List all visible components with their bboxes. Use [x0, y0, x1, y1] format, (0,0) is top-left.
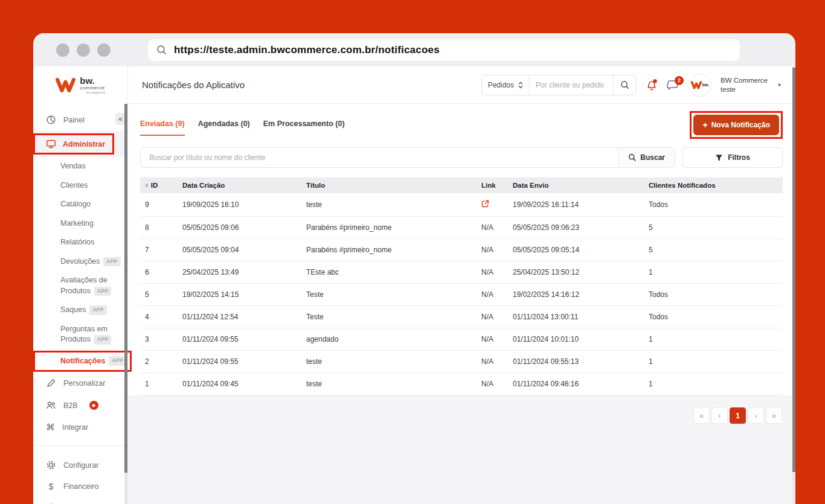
filter-icon	[715, 154, 723, 162]
table-row[interactable]: 7 05/05/2025 09:04 Parabéns #primeiro_no…	[140, 239, 783, 261]
cell-created: 01/11/2024 09:55	[178, 351, 301, 373]
sidebar-item-vendas[interactable]: Vendas	[33, 157, 127, 176]
sidebar-item-avaliacoes-de-produtos[interactable]: Avaliações de ProdutosAPP	[33, 271, 127, 301]
pagination-prev-button[interactable]: ‹	[711, 407, 728, 424]
sidebar-item-label: Financeiro	[63, 482, 98, 491]
search-scope-select[interactable]: Pedidos	[482, 75, 530, 95]
table-row[interactable]: 5 19/02/2025 14:15 Teste N/A 19/02/2025 …	[140, 284, 783, 306]
table-row[interactable]: 2 01/11/2024 09:55 teste N/A 01/11/2024 …	[140, 351, 783, 373]
sidebar-item-label: Vendas	[60, 162, 86, 170]
logo-byline: by wagazord	[80, 91, 104, 95]
pagination-first-button[interactable]: «	[693, 407, 710, 424]
column-header-link: Link	[477, 177, 508, 193]
header-search-group: Pedidos	[481, 75, 637, 95]
column-header-clientes-notificados: Clientes Notificados	[644, 177, 783, 193]
cell-id: 6	[140, 261, 178, 284]
filtros-button[interactable]: Filtros	[682, 147, 783, 168]
tab-em-processamento[interactable]: Em Processamento (0)	[263, 120, 345, 136]
cell-title: Parabéns #primeiro_nome	[301, 239, 477, 261]
sidebar-item-label: Notificações	[60, 356, 105, 367]
pagination-last-button[interactable]: »	[766, 407, 782, 424]
sidebar-item-devolucoes[interactable]: DevoluçõesAPP	[33, 252, 127, 272]
sidebar-item-personalizar[interactable]: Personalizar	[33, 372, 127, 394]
sidebar-item-relatorios[interactable]: Relatórios	[33, 233, 127, 252]
table-row[interactable]: 4 01/11/2024 12:54 Teste N/A 01/11/2024 …	[140, 306, 783, 328]
cell-id: 8	[140, 217, 178, 239]
plus-icon: +	[702, 122, 707, 128]
table-row[interactable]: 9 19/09/2025 16:10 teste 19/09/2025 16	[140, 193, 783, 217]
new-notification-button[interactable]: + Nova Notificação	[693, 115, 779, 135]
table-row[interactable]: 1 01/11/2024 09:45 teste N/A 01/11/2024 …	[140, 373, 783, 395]
pagination-page-1[interactable]: 1	[730, 407, 746, 424]
table-search-group: Buscar	[140, 147, 675, 168]
cell-link: N/A	[477, 373, 508, 395]
user-subtitle: teste	[721, 85, 768, 94]
sidebar-item-clientes[interactable]: Clientes	[33, 176, 127, 196]
cell-id: 9	[140, 193, 178, 217]
sidebar-item-notificacoes[interactable]: Notificações APP	[33, 351, 127, 372]
address-bar[interactable]: https://teste.admin.bwcommerce.com.br/no…	[148, 39, 740, 61]
cell-sent: 01/11/2024 09:55:13	[508, 351, 644, 373]
sidebar-item-label: Catálogo	[60, 200, 91, 208]
user-menu[interactable]: BW Commerce teste	[721, 76, 768, 94]
pagination-next-button[interactable]: ›	[748, 407, 764, 424]
cell-title: teste	[301, 193, 477, 217]
cell-title: teste	[301, 373, 477, 395]
notifications-table: ˅ID Data Criação Título Link Data Envio …	[140, 177, 783, 395]
external-link-icon[interactable]	[481, 200, 489, 208]
cell-clients: 1	[644, 373, 783, 395]
table-search-input[interactable]	[141, 148, 618, 167]
table-row[interactable]: 6 25/04/2025 13:49 TEste abc N/A 25/04/2…	[140, 261, 783, 284]
sidebar-item-configurar[interactable]: Configurar	[33, 454, 127, 476]
sidebar-item-ajuda[interactable]: ? Ajuda	[33, 497, 127, 504]
window-control-close[interactable]	[56, 43, 69, 57]
sidebar-item-label: Painel	[63, 116, 85, 124]
tab-agendadas[interactable]: Agendadas (0)	[198, 120, 250, 136]
buscar-button[interactable]: Buscar	[618, 148, 675, 167]
chat-button[interactable]: 2	[667, 79, 679, 91]
sidebar-item-b2b[interactable]: B2B ◆	[33, 394, 127, 416]
sidebar-item-saques[interactable]: SaquesAPP	[33, 301, 127, 320]
annotation-highlight-notificacoes: Notificações APP	[33, 351, 132, 372]
window-control-minimize[interactable]	[77, 43, 90, 57]
sidebar-item-label: Relatórios	[60, 238, 94, 246]
sidebar-item-administrar[interactable]: Administrar	[33, 131, 127, 157]
b2b-premium-badge: ◆	[89, 401, 98, 410]
table-row[interactable]: 8 05/05/2025 09:06 Parabéns #primeiro_no…	[140, 217, 783, 239]
sidebar-item-perguntas-em-produtos[interactable]: Perguntas em ProdutosAPP	[33, 320, 127, 349]
header-search-button[interactable]	[613, 75, 636, 95]
cell-title: teste	[301, 351, 477, 373]
tab-enviadas[interactable]: Enviadas (9)	[140, 120, 185, 136]
app-badge: APP	[94, 287, 111, 296]
chevron-down-icon[interactable]: ▾	[778, 81, 781, 88]
cell-id: 4	[140, 306, 178, 328]
cell-id: 2	[140, 351, 178, 373]
annotation-highlight-nova-notificacao: + Nova Notificação	[690, 111, 783, 139]
sidebar-item-label: Personalizar	[63, 379, 105, 388]
annotation-highlight-administrar: Administrar	[33, 133, 114, 155]
sidebar-scrollbar-thumb[interactable]	[124, 104, 127, 473]
table-row[interactable]: 3 01/11/2024 09:55 agendado N/A 01/11/20…	[140, 328, 783, 351]
people-icon	[46, 400, 56, 410]
cell-clients: 5	[644, 217, 783, 239]
cell-title: Teste	[301, 284, 477, 306]
cell-sent: 05/05/2025 09:06:23	[508, 217, 644, 239]
header-search-input[interactable]	[530, 75, 613, 95]
search-icon	[620, 80, 630, 90]
cell-created: 05/05/2025 09:06	[178, 217, 301, 239]
avatar[interactable]: bw.	[689, 74, 711, 97]
sidebar-item-painel[interactable]: Painel «	[33, 109, 127, 131]
sidebar-item-financeiro[interactable]: $ Financeiro	[33, 476, 127, 497]
sidebar-item-integrar[interactable]: ⌘ Integrar	[33, 416, 127, 438]
sidebar-item-catalogo[interactable]: Catálogo	[33, 195, 127, 214]
cell-clients: 5	[644, 239, 783, 261]
window-control-maximize[interactable]	[97, 43, 111, 57]
cell-clients: Todos	[644, 284, 783, 306]
cell-clients: Todos	[644, 306, 783, 328]
notifications-bell-button[interactable]	[646, 78, 658, 92]
sidebar-item-label: Devoluções	[60, 257, 100, 266]
cell-id: 5	[140, 284, 178, 306]
sidebar-item-marketing[interactable]: Marketing	[33, 214, 127, 234]
window-scrollbar-thumb[interactable]	[792, 68, 795, 472]
column-header-id[interactable]: ˅ID	[140, 177, 178, 193]
